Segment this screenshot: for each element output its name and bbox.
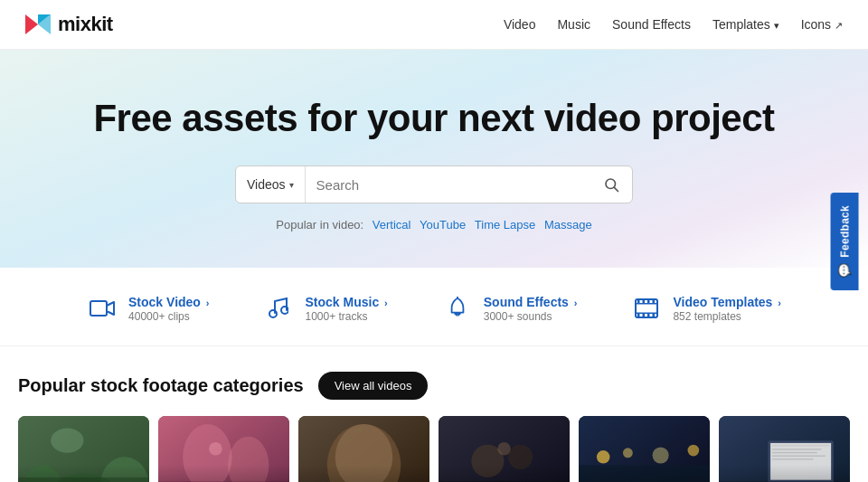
business-overlay — [719, 465, 850, 482]
hero-section: Free assets for your next video project … — [0, 50, 868, 268]
quick-link-stock-music[interactable]: Stock Music › 1000+ tracks — [263, 293, 387, 324]
quick-link-video-title: Stock Video › — [128, 295, 209, 309]
svg-rect-18 — [637, 314, 640, 317]
svg-point-52 — [688, 445, 700, 457]
svg-rect-16 — [647, 299, 650, 303]
svg-point-50 — [623, 448, 633, 458]
food-overlay — [439, 465, 570, 482]
transport-overlay — [579, 465, 710, 482]
popular-tag-timelapse[interactable]: Time Lapse — [475, 218, 535, 232]
nav-icons[interactable]: Icons ↗ — [801, 17, 843, 32]
nav-templates[interactable]: Templates ▾ — [712, 17, 779, 32]
svg-rect-21 — [653, 314, 656, 317]
svg-rect-12 — [636, 303, 657, 305]
categories-header: Popular stock footage categories View al… — [18, 372, 850, 400]
svg-rect-14 — [637, 299, 640, 303]
svg-line-4 — [614, 187, 618, 191]
svg-point-28 — [51, 429, 83, 453]
feedback-icon: 💬 — [837, 262, 851, 277]
svg-rect-15 — [643, 299, 646, 303]
popular-tags: Popular in video: Vertical YouTube Time … — [18, 218, 850, 232]
animals-overlay — [298, 465, 429, 482]
svg-rect-59 — [772, 449, 821, 449]
quick-link-music-title: Stock Music › — [305, 295, 387, 309]
nav: Video Music Sound Effects Templates ▾ Ic… — [504, 17, 843, 32]
svg-marker-0 — [25, 14, 38, 34]
quick-link-templates-subtitle: 852 templates — [673, 310, 781, 323]
icons-external-icon: ↗ — [835, 20, 843, 31]
lifestyle-overlay — [158, 465, 289, 482]
popular-tag-vertical[interactable]: Vertical — [373, 218, 411, 232]
svg-point-49 — [597, 450, 610, 464]
logo[interactable]: mixkit — [25, 13, 113, 36]
feedback-label: Feedback — [838, 204, 851, 257]
quick-link-sound-effects[interactable]: Sound Effects › 3000+ sounds — [442, 293, 578, 324]
quick-link-templates-text: Video Templates › 852 templates — [673, 295, 781, 323]
hero-title: Free assets for your next video project — [18, 97, 850, 140]
search-type-dropdown[interactable]: Videos ▾ — [236, 166, 306, 203]
nature-overlay — [18, 465, 149, 482]
svg-rect-9 — [454, 313, 460, 315]
video-camera-icon — [87, 293, 118, 324]
quick-link-sound-text: Sound Effects › 3000+ sounds — [484, 295, 578, 323]
quick-link-templates-title: Video Templates › — [673, 295, 781, 309]
search-bar: Videos ▾ — [235, 165, 633, 203]
svg-point-7 — [269, 310, 277, 317]
quick-link-video-subtitle: 40000+ clips — [128, 310, 209, 323]
templates-arrow-icon: ▾ — [774, 20, 779, 31]
category-card-animals[interactable]: Animals — [298, 416, 429, 482]
film-strip-icon — [631, 293, 662, 324]
svg-rect-20 — [647, 314, 650, 317]
svg-rect-5 — [90, 301, 107, 316]
svg-rect-58 — [772, 445, 829, 447]
svg-rect-60 — [772, 452, 817, 453]
logo-text: mixkit — [58, 13, 113, 36]
popular-tag-youtube[interactable]: YouTube — [420, 218, 466, 232]
category-card-lifestyle[interactable]: Lifestyle — [158, 416, 289, 482]
svg-rect-62 — [772, 458, 813, 459]
categories-section: Popular stock footage categories View al… — [0, 346, 868, 482]
category-card-nature[interactable]: Nature — [18, 416, 149, 482]
categories-grid: Nature Lifestyle — [18, 416, 850, 482]
popular-label: Popular in video: — [276, 218, 363, 232]
popular-tag-massage[interactable]: Massage — [544, 218, 592, 232]
bell-icon — [442, 293, 473, 324]
category-card-transport[interactable]: Transport — [579, 416, 710, 482]
music-note-icon — [263, 293, 294, 324]
quick-link-templates[interactable]: Video Templates › 852 templates — [631, 293, 781, 324]
search-submit-button[interactable] — [590, 166, 632, 203]
svg-rect-61 — [772, 456, 826, 457]
search-icon — [603, 176, 619, 193]
search-input[interactable] — [306, 166, 590, 203]
svg-point-45 — [497, 442, 511, 456]
quick-link-sound-title: Sound Effects › — [484, 295, 578, 309]
view-all-videos-button[interactable]: View all videos — [318, 372, 429, 400]
header: mixkit Video Music Sound Effects Templat… — [0, 0, 868, 50]
quick-link-video-text: Stock Video › 40000+ clips — [128, 295, 209, 323]
quick-link-sound-subtitle: 3000+ sounds — [484, 310, 578, 323]
feedback-button[interactable]: 💬 Feedback — [830, 192, 858, 289]
svg-point-51 — [653, 447, 669, 463]
nav-sound-effects[interactable]: Sound Effects — [612, 17, 691, 32]
nav-music[interactable]: Music — [557, 17, 590, 32]
quick-link-stock-video[interactable]: Stock Video › 40000+ clips — [87, 293, 209, 324]
categories-title: Popular stock footage categories — [18, 375, 304, 396]
svg-marker-6 — [107, 302, 114, 315]
quick-links: Stock Video › 40000+ clips Stock Music ›… — [0, 268, 868, 346]
logo-icon — [25, 14, 52, 34]
quick-link-music-subtitle: 1000+ tracks — [305, 310, 387, 323]
category-card-food[interactable]: Food — [439, 416, 570, 482]
category-card-business[interactable]: Business — [719, 416, 850, 482]
svg-rect-17 — [653, 299, 656, 303]
svg-point-34 — [209, 442, 222, 456]
svg-rect-19 — [643, 314, 646, 317]
search-type-label: Videos — [247, 177, 286, 192]
nav-video[interactable]: Video — [504, 17, 536, 32]
quick-link-music-text: Stock Music › 1000+ tracks — [305, 295, 387, 323]
dropdown-arrow-icon: ▾ — [289, 180, 294, 190]
